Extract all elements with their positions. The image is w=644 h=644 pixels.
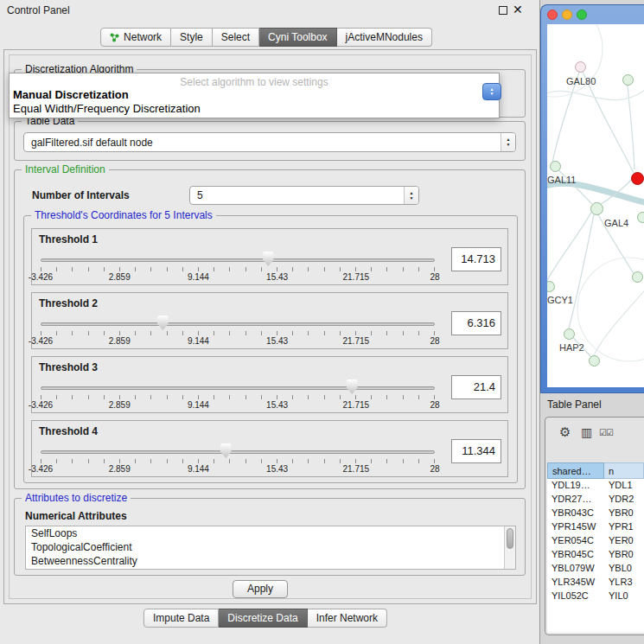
network-node[interactable] [632,271,643,283]
columns-icon[interactable]: ▥ [581,425,592,439]
slider-track[interactable] [41,322,435,326]
network-node[interactable] [622,74,634,86]
table-row[interactable]: YBR043CYBR0 [547,507,644,520]
scale-label: 15.43 [266,464,288,474]
scale-label: 2.859 [109,336,131,346]
network-node[interactable] [550,161,561,172]
table-row[interactable]: YDR27…YDR2 [547,493,644,507]
network-node[interactable] [590,202,603,215]
table-row[interactable]: YIL052CYIL0 [547,590,644,603]
threshold-4-value-field[interactable]: 11.344 [451,439,501,463]
table-data-combo[interactable]: galFiltered.sif default node ▲▼ [23,132,516,152]
list-item[interactable]: SelfLoops [26,526,515,540]
network-node[interactable] [637,212,644,223]
tab-select[interactable]: Select [213,28,259,47]
scrollbar-thumb[interactable] [507,528,513,549]
threshold-4-slider[interactable]: -3.426 2.859 9.144 15.43 21.715 28 [41,442,435,476]
cell: YDR2 [604,493,644,507]
table-row[interactable]: YER054CYER0 [547,534,644,548]
slider-thumb[interactable] [347,379,358,394]
slider-track[interactable] [41,450,435,454]
column-header-shared-name[interactable]: shared… [547,462,604,479]
threshold-1-value-field[interactable]: 14.713 [451,247,501,271]
network-node[interactable] [564,328,575,340]
algorithm-combo-stepper[interactable]: ▲ ▼ [482,83,501,100]
tab-style[interactable]: Style [171,28,213,47]
stepper-down-icon: ▼ [490,92,494,96]
table-row[interactable]: YBL079WYBL0 [547,562,644,576]
cell: YDR27… [547,493,604,507]
close-icon[interactable]: ✕ [513,3,523,16]
table-panel-window: ⚙ ▥ ☑☑ shared… n YDL19…YDL1 YDR27…YDR2 Y… [545,417,644,635]
scale-label: 2.859 [109,272,131,282]
up-arrow-icon: ▲ [410,191,414,195]
slider-thumb[interactable] [263,252,274,266]
list-item[interactable]: TopologicalCoefficient [26,540,515,554]
scale-label: 28 [430,272,439,282]
tab-infer-network[interactable]: Infer Network [308,609,387,628]
cell: YPR145W [547,520,604,534]
scale-label: 28 [430,336,439,346]
network-node[interactable] [589,355,600,367]
threshold-3-panel: Threshold 3 -3.426 2.859 9.144 15.43 21.… [31,356,508,413]
slider-ticks [41,267,435,271]
gear-icon[interactable]: ⚙ [559,424,571,440]
threshold-2-panel: Threshold 2 -3.426 2.859 9.144 15.43 21.… [31,292,508,349]
minimize-traffic-light-icon[interactable] [562,10,572,20]
tab-discretize-data[interactable]: Discretize Data [219,609,307,628]
slider-thumb[interactable] [220,443,232,458]
combo-value: 5 [197,189,203,201]
scale-label: -3.426 [29,400,53,410]
zoom-traffic-light-icon[interactable] [577,10,587,20]
dropdown-option-manual-discretization[interactable]: Manual Discretization [10,88,499,102]
list-scrollbar[interactable] [504,526,515,569]
scale-label: -3.426 [29,336,53,346]
select-columns-icon[interactable]: ☑☑ [599,428,613,437]
slider-scale: -3.426 2.859 9.144 15.43 21.715 28 [41,272,435,283]
threshold-4-panel: Threshold 4 -3.426 2.859 9.144 15.43 21.… [31,420,508,477]
node-label-hap2: HAP2 [559,342,584,353]
table-row[interactable]: YBR045CYBR0 [547,548,644,562]
close-traffic-light-icon[interactable] [547,10,558,20]
threshold-label: Threshold 3 [39,361,98,373]
table-row[interactable]: YLR345WYLR3 [547,576,644,590]
bottom-tab-bar: Impute Data Discretize Data Infer Networ… [143,609,387,628]
float-window-icon[interactable] [499,6,507,15]
slider-scale: -3.426 2.859 9.144 15.43 21.715 28 [41,464,435,475]
table-row[interactable]: YPR145WYPR1 [547,520,644,534]
threshold-3-value-field[interactable]: 21.4 [451,375,501,399]
apply-button[interactable]: Apply [233,580,288,598]
threshold-label: Threshold 2 [39,297,98,309]
slider-track[interactable] [41,258,435,262]
dropdown-option-equal-width-frequency[interactable]: Equal Width/Frequency Discretization [10,102,499,116]
scale-label: 21.715 [343,400,370,410]
slider-track[interactable] [41,386,435,390]
tab-cyni-toolbox[interactable]: Cyni Toolbox [259,28,336,47]
dropdown-placeholder: Select algorithm to view settings [10,76,499,88]
network-node[interactable] [575,61,586,73]
threshold-1-slider[interactable]: -3.426 2.859 9.144 15.43 21.715 28 [41,250,435,284]
threshold-2-value-field[interactable]: 6.316 [451,311,501,335]
tab-impute-data[interactable]: Impute Data [143,609,219,628]
node-label-gal80: GAL80 [566,76,596,86]
threshold-2-slider[interactable]: -3.426 2.859 9.144 15.43 21.715 28 [41,314,435,348]
combo-value: galFiltered.sif default node [31,137,153,149]
slider-thumb[interactable] [157,316,169,330]
cell: YER054C [547,534,604,548]
num-intervals-combo[interactable]: 5 ▲▼ [189,186,419,205]
screen: Control Panel ✕ Network Style Select Cyn… [0,0,644,644]
tab-network[interactable]: Network [100,28,171,47]
tab-jactivemodules[interactable]: jActiveMNodules [337,28,432,47]
table-row[interactable]: YDL19…YDL1 [547,479,644,493]
attributes-group: Attributes to discretize Numerical Attri… [14,498,526,576]
scale-label: -3.426 [29,464,53,474]
list-item[interactable]: BetweennessCentrality [26,554,515,568]
thresholds-group: Threshold's Coordinates for 5 Intervals … [23,215,518,483]
control-panel: Control Panel ✕ Network Style Select Cyn… [0,0,540,644]
scale-label: 2.859 [109,400,131,410]
column-header-name[interactable]: n [604,462,644,479]
network-canvas[interactable]: GAL80 GAL11 GAL4 GCY1 HAP2 [547,24,644,387]
scale-label: 21.715 [343,464,370,474]
threshold-3-slider[interactable]: -3.426 2.859 9.144 15.43 21.715 28 [41,378,435,412]
network-node-selected[interactable] [631,172,644,185]
